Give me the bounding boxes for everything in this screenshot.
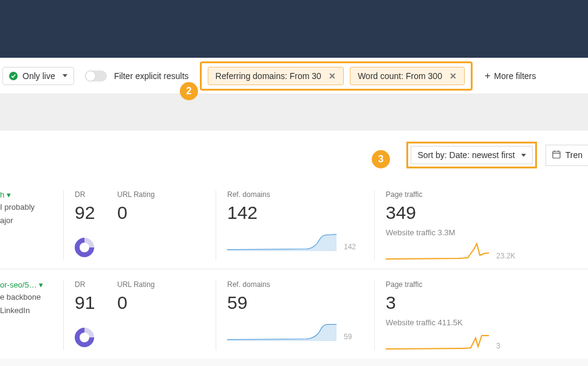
dr-label: DR <box>75 280 95 289</box>
dr-value: 91 <box>75 294 95 312</box>
result-row: or-seo/5… ▾ e backbone LinkedIn DR 91 UR… <box>0 269 588 359</box>
result-snippet: I probably <box>0 202 57 213</box>
svg-rect-0 <box>553 151 560 158</box>
rd-label: Ref. domains <box>227 280 363 289</box>
filter-chip-referring-domains[interactable]: Referring domains: From 30 ✕ <box>208 67 344 85</box>
ur-value: 0 <box>117 294 205 312</box>
pt-value: 3 <box>386 294 577 312</box>
page-traffic-cell: Page traffic 349 Website traffic 3.3M 23… <box>375 190 588 260</box>
ref-domains-sparkline <box>227 233 337 251</box>
ref-domains-cell: Ref. domains 59 59 <box>216 280 374 350</box>
donut-chart-icon <box>70 233 98 261</box>
pt-end-value: 23.2K <box>496 252 515 260</box>
page-traffic-cell: Page traffic 3 Website traffic 411.5K 3 <box>375 280 588 350</box>
ur-value: 0 <box>117 204 205 222</box>
result-snippet: e backbone <box>0 292 57 303</box>
only-live-label: Only live <box>22 71 55 81</box>
annotation-badge-3: 3 <box>372 150 390 168</box>
calendar-icon <box>552 150 561 161</box>
website-traffic-label: Website traffic 411.5K <box>386 318 577 327</box>
pt-label: Page traffic <box>386 280 577 289</box>
dr-cell: DR 92 <box>64 190 106 260</box>
caret-down-icon <box>63 74 67 77</box>
page-traffic-sparkline <box>386 242 489 260</box>
trend-button[interactable]: Tren <box>545 145 588 166</box>
sort-row: 3 Sort by: Date: newest first Tren <box>0 131 588 179</box>
pt-value: 349 <box>386 204 577 222</box>
result-row: h ▾ I probably ajor DR 92 URL Rating 0 R… <box>0 179 588 269</box>
close-icon[interactable]: ✕ <box>450 71 457 81</box>
result-snippet: ajor <box>0 215 57 226</box>
ur-label: URL Rating <box>117 280 205 289</box>
only-live-dropdown[interactable]: Only live <box>2 67 74 85</box>
ref-domains-sparkline <box>227 323 337 341</box>
trend-label: Tren <box>566 150 583 160</box>
check-circle-icon <box>9 72 18 80</box>
caret-down-icon <box>521 154 526 157</box>
top-banner <box>0 0 588 58</box>
ur-label: URL Rating <box>117 190 205 199</box>
close-icon[interactable]: ✕ <box>329 71 336 81</box>
pt-end-value: 3 <box>496 342 501 350</box>
result-link[interactable]: or-seo/5… ▾ <box>0 280 43 289</box>
results-list: h ▾ I probably ajor DR 92 URL Rating 0 R… <box>0 179 588 359</box>
rd-value: 59 <box>227 294 363 312</box>
explicit-label: Filter explicit results <box>114 71 189 81</box>
rd-value: 142 <box>227 204 363 222</box>
caret-down-icon: ▾ <box>7 190 11 199</box>
plus-icon: + <box>485 71 490 81</box>
dr-label: DR <box>75 190 95 199</box>
spacer-strip <box>0 94 588 131</box>
url-rating-cell: URL Rating 0 <box>106 280 216 350</box>
sort-highlight-box: Sort by: Date: newest first <box>406 142 536 168</box>
annotation-badge-2: 2 <box>180 82 198 100</box>
donut-chart-icon <box>70 323 98 351</box>
toggle-knob <box>85 71 96 81</box>
sort-dropdown[interactable]: Sort by: Date: newest first <box>411 146 532 164</box>
result-title-cell: h ▾ I probably ajor <box>0 190 63 260</box>
result-title-cell: or-seo/5… ▾ e backbone LinkedIn <box>0 280 63 350</box>
result-link[interactable]: h ▾ <box>0 190 11 199</box>
dr-value: 92 <box>75 204 95 222</box>
filter-chip-word-count[interactable]: Word count: From 300 ✕ <box>350 67 465 85</box>
filter-bar: Only live Filter explicit results Referr… <box>0 58 588 94</box>
page-traffic-sparkline <box>386 332 489 350</box>
dr-cell: DR 91 <box>64 280 106 350</box>
explicit-toggle[interactable] <box>85 71 107 81</box>
rd-end-value: 142 <box>344 243 356 251</box>
chip-label: Referring domains: From 30 <box>216 71 321 81</box>
pt-label: Page traffic <box>386 190 577 199</box>
caret-down-icon: ▾ <box>39 280 43 289</box>
more-filters-label: More filters <box>494 71 536 81</box>
more-filters-button[interactable]: + More filters <box>485 71 536 81</box>
applied-filters-group: Referring domains: From 30 ✕ Word count:… <box>200 61 473 91</box>
sort-label: Sort by: Date: newest first <box>417 150 514 160</box>
url-rating-cell: URL Rating 0 <box>106 190 216 260</box>
result-snippet: LinkedIn <box>0 305 57 316</box>
chip-label: Word count: From 300 <box>358 71 442 81</box>
website-traffic-label: Website traffic 3.3M <box>386 228 577 237</box>
rd-label: Ref. domains <box>227 190 363 199</box>
rd-end-value: 59 <box>344 333 352 341</box>
ref-domains-cell: Ref. domains 142 142 <box>216 190 374 260</box>
